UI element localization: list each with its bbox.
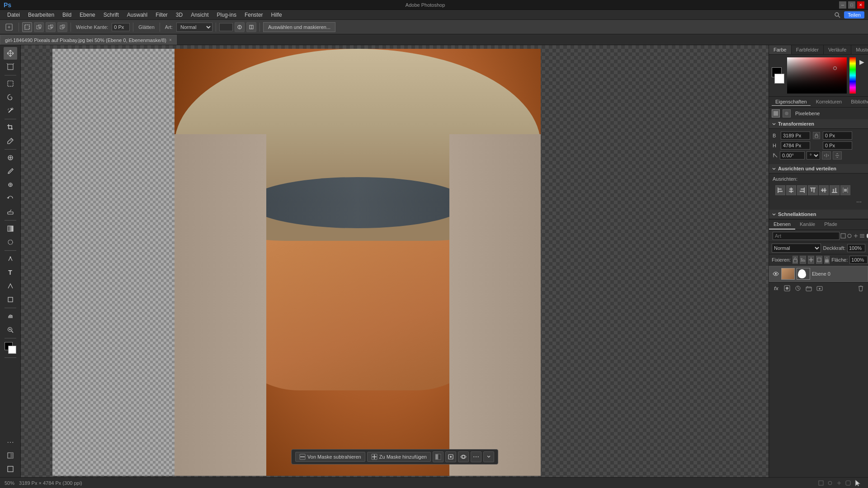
sample-icon-1[interactable] <box>235 22 245 32</box>
menu-schrift[interactable]: Schrift <box>100 11 123 19</box>
home-icon[interactable] <box>3 21 15 33</box>
blur-tool[interactable] <box>4 236 17 249</box>
opacity-input[interactable] <box>219 23 233 31</box>
angle-input[interactable] <box>780 151 805 160</box>
menu-bearbeiten[interactable]: Bearbeiten <box>24 11 58 19</box>
layers-filter-input[interactable] <box>773 232 840 240</box>
tab-close-btn[interactable]: × <box>169 38 172 42</box>
add-selection-btn[interactable]: + <box>34 22 44 32</box>
align-middle-btn[interactable] <box>819 185 829 195</box>
minimize-btn[interactable]: ─ <box>839 1 846 9</box>
gradient-tool[interactable] <box>4 222 17 235</box>
hue-slider[interactable] <box>849 57 856 94</box>
eraser-tool[interactable] <box>4 206 17 218</box>
layer-fx-btn[interactable]: fx <box>772 284 781 293</box>
artboard-tool[interactable] <box>4 61 17 73</box>
add-to-mask-btn[interactable]: Zu Maske hinzufügen <box>367 452 431 462</box>
menu-datei[interactable]: Datei <box>4 11 24 19</box>
menu-filter[interactable]: Filter <box>152 11 171 19</box>
align-header[interactable]: Ausrichten und verteilen <box>769 164 868 174</box>
layer-visibility-btn[interactable] <box>772 270 779 277</box>
color-swatches-fg-bg[interactable] <box>772 57 784 94</box>
fill-input[interactable] <box>849 256 868 264</box>
height-input[interactable] <box>781 141 810 150</box>
align-bottom-btn[interactable] <box>830 185 840 195</box>
mask-options-btn[interactable] <box>445 451 456 462</box>
delete-layer-btn[interactable] <box>856 284 865 293</box>
tab-bibliotheken[interactable]: Bibliotheken <box>847 98 868 106</box>
marquee-tool[interactable] <box>4 77 17 90</box>
lock-image-btn[interactable] <box>800 256 806 264</box>
lasso-tool[interactable] <box>4 91 17 103</box>
menu-3d[interactable]: 3D <box>172 11 186 19</box>
collapse-toolbar-btn[interactable] <box>483 451 494 462</box>
share-button[interactable]: Teilen <box>844 11 864 19</box>
color-gradient-field[interactable] <box>787 57 847 94</box>
select-mask-btn[interactable]: Auswählen und maskieren... <box>263 22 335 32</box>
filter-effects-btn[interactable] <box>853 231 859 240</box>
tab-pfade[interactable]: Pfade <box>820 220 842 230</box>
layer-item-ebene0[interactable]: Ebene 0 <box>769 266 868 282</box>
tab-farbe[interactable]: Farbe <box>769 45 792 54</box>
magic-wand-tool[interactable] <box>4 104 17 117</box>
intersect-selection-btn[interactable] <box>57 22 67 32</box>
menu-plugins[interactable]: Plug-ins <box>213 11 240 19</box>
tab-verlaufe[interactable]: Verläufe <box>824 45 851 54</box>
tab-eigenschaften[interactable]: Eigenschaften <box>772 98 811 106</box>
foreground-color[interactable] <box>5 342 16 354</box>
filter-type-btn[interactable] <box>840 231 846 240</box>
align-top-btn[interactable] <box>808 185 818 195</box>
align-center-h-btn[interactable] <box>786 185 796 195</box>
subtract-selection-btn[interactable]: − <box>46 22 56 32</box>
file-tab[interactable]: girl-1846490 Pixeals auf Pixabay.jpg bei… <box>0 35 177 45</box>
tab-ebenen[interactable]: Ebenen <box>769 220 795 230</box>
flip-v-btn[interactable] <box>833 151 842 160</box>
screen-mode-btn[interactable] <box>4 463 17 475</box>
more-tools-btn[interactable]: ⋯ <box>4 436 17 448</box>
menu-ansicht[interactable]: Ansicht <box>187 11 212 19</box>
lock-position-btn[interactable] <box>808 256 814 264</box>
new-selection-btn[interactable] <box>22 22 32 32</box>
width-input[interactable] <box>781 131 810 140</box>
menu-fenster[interactable]: Fenster <box>241 11 267 19</box>
filter-mode-btn[interactable] <box>859 231 865 240</box>
edge-input[interactable] <box>112 23 130 31</box>
invert-mask-btn[interactable] <box>433 451 443 462</box>
more-options-btn[interactable]: ⋯ <box>471 451 481 462</box>
flip-h-btn[interactable] <box>822 151 831 160</box>
angle-unit-select[interactable]: ° <box>807 151 820 160</box>
tab-farbfelder[interactable]: Farbfelder <box>792 45 824 54</box>
tab-korrekturen[interactable]: Korrekturen <box>812 98 845 106</box>
crop-tool[interactable] <box>4 121 17 134</box>
lock-all-btn[interactable] <box>824 256 830 264</box>
brush-tool[interactable] <box>4 165 17 178</box>
tab-muster[interactable]: Muster <box>851 45 868 54</box>
pen-tool[interactable] <box>4 253 17 265</box>
lock-transparent-btn[interactable] <box>793 256 798 264</box>
align-right-btn[interactable] <box>797 185 807 195</box>
tab-kanale[interactable]: Kanäle <box>795 220 820 230</box>
more-options-dots[interactable]: ⋯ <box>854 198 864 206</box>
path-selection-tool[interactable] <box>4 280 17 292</box>
move-tool[interactable] <box>4 47 17 60</box>
shape-tool[interactable] <box>4 293 17 306</box>
zoom-tool[interactable] <box>4 324 17 336</box>
view-mask-btn[interactable] <box>458 451 469 462</box>
history-brush-tool[interactable] <box>4 192 17 205</box>
opacity-value-input[interactable] <box>847 244 865 252</box>
expand-color-btn[interactable]: ▶ <box>859 57 865 94</box>
art-select[interactable]: Normal <box>176 23 212 32</box>
clone-tool[interactable] <box>4 178 17 191</box>
canvas-area[interactable]: Von Maske subtrahieren Zu Maske hinzufüg… <box>21 45 769 477</box>
quick-actions-header[interactable]: Schnellaktionen <box>769 210 868 219</box>
align-left-btn[interactable] <box>775 185 785 195</box>
lock-artboard-btn[interactable] <box>816 256 822 264</box>
blend-mode-select[interactable]: Normal <box>772 244 821 253</box>
x-input[interactable] <box>823 131 852 140</box>
y-input[interactable] <box>823 141 852 150</box>
text-tool[interactable]: T <box>4 266 17 279</box>
add-adjustment-btn[interactable] <box>793 284 802 293</box>
close-btn[interactable]: ✕ <box>857 1 864 9</box>
menu-ebene[interactable]: Ebene <box>76 11 99 19</box>
sample-icon-2[interactable] <box>246 22 256 32</box>
